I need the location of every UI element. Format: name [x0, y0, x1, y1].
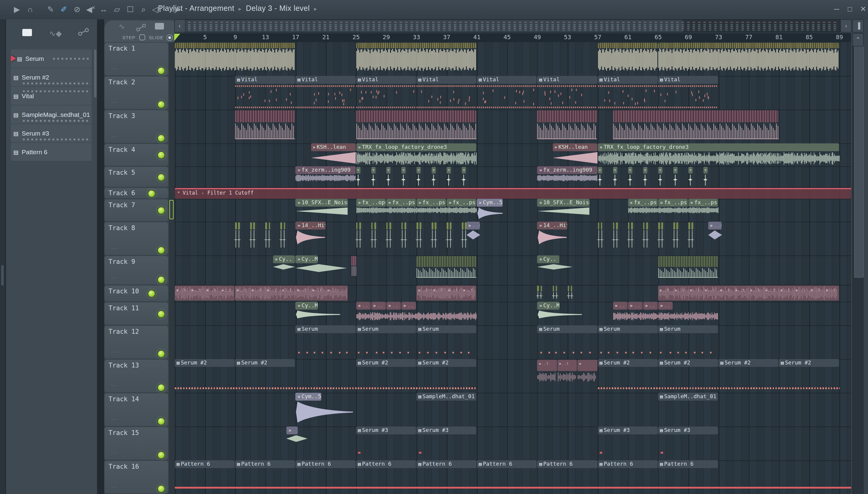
tab-patterns[interactable]: [17, 28, 37, 41]
clip-Cy..[interactable]: »Cy..: [537, 255, 560, 285]
track-mute-led[interactable]: [157, 310, 165, 318]
track-mute-led[interactable]: [157, 246, 165, 254]
track-options-dots[interactable]: ▪▪▪: [112, 134, 118, 138]
arrangement-grid[interactable]: ▤Vital▤Vital▤Vital▤Vital▤Vital▤Vital▤Vit…: [174, 42, 851, 494]
pattern-list-item[interactable]: ▤Serum #2: [11, 68, 92, 86]
track-mute-led[interactable]: [157, 350, 165, 358]
clip-Serum[interactable]: ▤Serum: [296, 325, 356, 359]
horizontal-scrollbar-minimap[interactable]: [185, 19, 840, 33]
clip-Serum #3[interactable]: ▤Serum #3: [417, 426, 477, 460]
clip-s1[interactable]: [658, 42, 839, 76]
paint-automation-icon[interactable]: [136, 23, 148, 32]
clip-Cy..M[interactable]: »Cy..M: [296, 302, 318, 325]
clip-14_..Hit[interactable]: »14_..Hit: [537, 222, 568, 255]
track-mute-led[interactable]: [157, 173, 165, 181]
clip-tp[interactable]: [613, 222, 617, 255]
tab-audio[interactable]: ∿◆: [45, 28, 66, 41]
pattern-list-item[interactable]: ▤Vital: [11, 87, 92, 105]
clip-dash[interactable]: [175, 359, 477, 393]
track-header[interactable]: Track 11: [104, 302, 168, 324]
clip-..t[interactable]: »..t: [537, 359, 558, 393]
clip-Cy..[interactable]: »Cy..: [273, 255, 296, 285]
clip-dash[interactable]: [598, 359, 839, 393]
clip-chop[interactable]: »..t»..t»..t»..t»..t»..t»..t: [235, 285, 348, 302]
clip-hit[interactable]: »: [643, 166, 648, 187]
clip-KSH..lean[interactable]: »KSH..lean: [552, 144, 598, 166]
collapse-button[interactable]: ⌃: [852, 33, 864, 46]
track-mute-led[interactable]: [148, 290, 155, 298]
clip-au[interactable]: »: [287, 426, 299, 460]
clip-tp[interactable]: [537, 285, 542, 302]
clip-hit[interactable]: »: [462, 166, 466, 187]
track-options-dots[interactable]: ▪▪▪: [112, 451, 118, 455]
clip-s1[interactable]: [175, 42, 296, 76]
clip-tp[interactable]: [688, 222, 693, 255]
clip-Vital[interactable]: ▤Vital: [477, 76, 537, 110]
select-tool-icon[interactable]: ☐: [124, 3, 136, 16]
track-header[interactable]: Track 3▪▪▪: [104, 110, 168, 142]
clip-SampleM..dhat_01[interactable]: ▤SampleM..dhat_01: [417, 393, 477, 426]
zoom-tool-icon[interactable]: ⌕: [137, 3, 149, 16]
clip-TRX_fx_loop_factory_drone3[interactable]: »TRX_fx_loop_factory_drone3: [356, 144, 477, 166]
close-button[interactable]: ✕: [857, 2, 868, 16]
panel-speaker-icon[interactable]: ◁▸: [169, 3, 181, 16]
track-header[interactable]: Track 10: [104, 285, 168, 301]
track-mute-led[interactable]: [157, 66, 165, 74]
clip-c13[interactable]: »: [577, 359, 598, 393]
track-mute-led[interactable]: [157, 207, 165, 214]
track-header[interactable]: Track 16▪▪▪: [104, 460, 168, 493]
step-toggle[interactable]: [139, 34, 145, 40]
clip-14_..Hit[interactable]: »14_..Hit: [296, 222, 326, 255]
clip-tp[interactable]: [386, 222, 391, 255]
selected-clip-slot[interactable]: [169, 200, 173, 219]
clip-hit[interactable]: »: [447, 166, 451, 187]
track-options-dots[interactable]: ▪▪▪: [112, 417, 118, 421]
snap-magnet-icon[interactable]: ∩: [24, 3, 36, 16]
clip-Serum #3[interactable]: ▤Serum #3: [658, 426, 719, 460]
clip-Vital[interactable]: ▤Vital: [598, 76, 658, 110]
track-mute-led[interactable]: [157, 134, 165, 142]
clip-fx_zerm..ing909[interactable]: »fx_zerm..ing909: [537, 166, 598, 187]
clip-mc[interactable]: [351, 255, 356, 285]
track-header[interactable]: Track 14▪▪▪: [104, 393, 168, 425]
scroll-left-button[interactable]: ‹: [174, 19, 185, 33]
clip-tp[interactable]: [628, 222, 633, 255]
scroll-right-button[interactable]: ›: [840, 19, 852, 33]
pattern-list-item[interactable]: ▤Pattern 6: [11, 143, 92, 161]
vertical-scrollbar[interactable]: [852, 42, 864, 494]
clip-hit[interactable]: »: [386, 166, 391, 187]
clip-cb3[interactable]: [613, 110, 779, 144]
track-options-dots[interactable]: ▪▪▪: [112, 276, 118, 279]
minimize-button[interactable]: ─: [831, 2, 843, 16]
clip-tp[interactable]: [447, 222, 451, 255]
track-options-dots[interactable]: ▪▪▪: [112, 246, 118, 250]
clip-rline[interactable]: [175, 460, 851, 494]
playback-tool-icon[interactable]: ◁‖: [151, 3, 163, 16]
track-options-dots[interactable]: ▪▪▪: [112, 100, 118, 104]
clip-10_SFX..E_Noise[interactable]: »10_SFX..E_Noise: [537, 199, 590, 222]
clip-tp[interactable]: [658, 222, 663, 255]
clip-tp[interactable]: [281, 222, 285, 255]
delete-tool-icon[interactable]: ⊘: [71, 3, 83, 16]
track-header[interactable]: Track 4: [104, 144, 168, 165]
clip-tp[interactable]: [673, 222, 678, 255]
slide-toggle[interactable]: [166, 34, 173, 41]
pattern-play-icon[interactable]: [11, 55, 16, 62]
pattern-list-item[interactable]: ▤Serum #3: [11, 124, 92, 142]
track-mute-led[interactable]: [157, 276, 165, 283]
clip-fx_..ps[interactable]: »fx_..ps: [447, 199, 477, 222]
vertical-scrollbar-thumb[interactable]: [854, 43, 864, 278]
clip-Serum #3[interactable]: ▤Serum #3: [598, 426, 658, 460]
clip-tp[interactable]: [568, 285, 572, 302]
clip-hit[interactable]: »: [431, 166, 436, 187]
clip-Cym..5[interactable]: »Cym..5: [296, 393, 322, 426]
clip-wv[interactable]: [613, 302, 719, 325]
track-options-dots[interactable]: ▪▪▪: [112, 383, 118, 387]
clip-Vital[interactable]: ▤Vital: [658, 76, 719, 110]
clip-Cy..M[interactable]: »Cy..M: [537, 302, 560, 325]
clip-hit[interactable]: »: [371, 166, 376, 187]
clip-hit[interactable]: »: [658, 166, 663, 187]
clip-KSH..lean[interactable]: »KSH..lean: [311, 144, 356, 166]
track-options-dots[interactable]: ▪▪▪: [112, 484, 118, 488]
timeline-ruler[interactable]: 5913172125293337414549535761656973778185…: [174, 33, 851, 42]
